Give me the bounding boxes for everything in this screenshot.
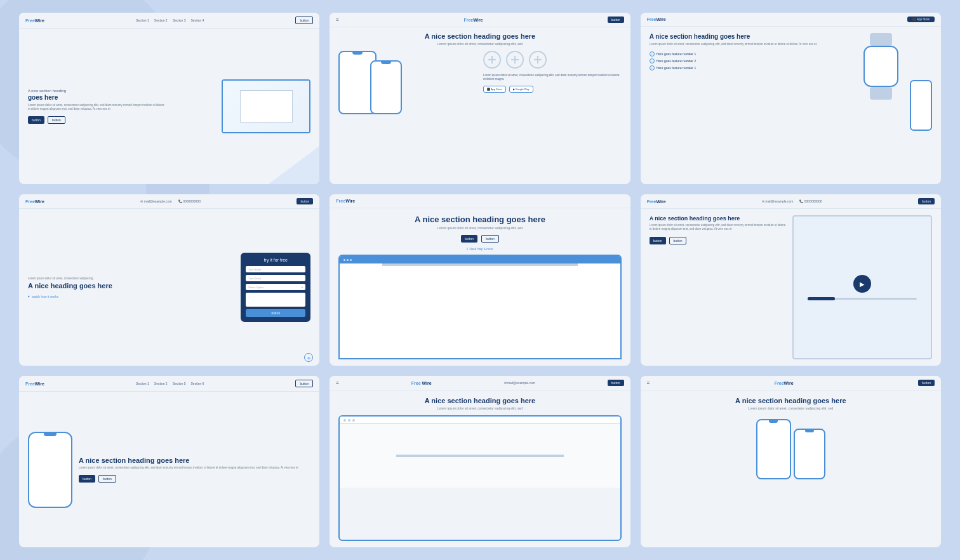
nav-link-7-2: Section 2 — [154, 382, 168, 385]
card-2-logo: FreeWire — [463, 18, 483, 22]
card-8-nav-button[interactable]: button — [608, 380, 624, 386]
card-9-nav: ≡ FreeWire button — [641, 376, 941, 390]
card-6-text: A nice section heading goes here Lorem i… — [650, 215, 787, 359]
card-7-nav-links: Section 1 Section 2 Section 5 Section 6 — [136, 382, 204, 385]
card-3-phone — [910, 80, 932, 131]
card-1-nav-button[interactable]: button — [295, 17, 313, 24]
google-play-badge[interactable]: ▶ Google Play — [509, 86, 533, 93]
card-5-buttons: button button — [461, 235, 499, 243]
card-9-nav-button[interactable]: button — [918, 380, 935, 386]
card-7-nav: FreeWire Section 1 Section 2 Section 5 S… — [19, 376, 319, 392]
card-3-body: A nice section heading goes here Lorem i… — [641, 27, 941, 184]
nav-link-7-3: Section 5 — [173, 382, 186, 385]
scroll-indicator: ⊕ — [304, 353, 313, 362]
form-select[interactable]: Select Option▾ — [246, 284, 305, 290]
card-2-content: Lorem ipsum dolor sit amet, consectetur … — [338, 51, 621, 114]
card-1-nav: FreeWire Section 1 Section 2 Section 3 S… — [19, 13, 319, 29]
card-4-phone: 📞 0000000000 — [178, 199, 201, 203]
card-8-email: ✉ mail@example.com — [504, 381, 535, 385]
circle-2 — [506, 51, 524, 69]
card-8: ≡ Free Wire ✉ mail@example.com button A … — [330, 376, 630, 547]
card-9-logo: FreeWire — [775, 381, 794, 385]
card-6-btn-secondary[interactable]: button — [669, 237, 687, 244]
phone-notch-big — [44, 433, 57, 436]
video-progress-bar — [808, 298, 917, 300]
card-8-hamburger: ≡ — [336, 380, 339, 386]
card-6-nav-button[interactable]: button — [918, 198, 935, 204]
card-6: FreeWire ✉ mail@example.com 📞 0000000000… — [641, 194, 941, 366]
card-7-phone — [28, 432, 72, 508]
card-1-visual — [173, 79, 311, 133]
card-2-phones — [338, 51, 477, 114]
card-1-body: A nice section heading goes here Lorem i… — [19, 29, 319, 184]
check-icon-3 — [650, 65, 655, 70]
card-5-subtext: Lorem ipsum dolor sit amet, consectetur … — [437, 226, 523, 230]
circles-row — [483, 51, 622, 69]
card-6-btn-primary[interactable]: button — [650, 237, 666, 244]
card-7-logo: FreeWire — [25, 382, 44, 386]
help-link-text: Need Help & more — [469, 248, 493, 251]
card-7-body: A nice section heading goes here Lorem i… — [19, 392, 319, 547]
card-9-phone-2 — [794, 429, 825, 479]
card-2-feature-text: Lorem ipsum dolor sit amet, consectetur … — [483, 74, 622, 82]
card-9-body: A nice section heading goes here Lorem i… — [641, 390, 941, 547]
card-2-heading: A nice section heading goes here — [425, 32, 535, 40]
card-7-btn-primary[interactable]: button — [79, 475, 95, 483]
form-submit-button[interactable]: button — [246, 309, 305, 317]
card-9-phone-1 — [756, 419, 791, 479]
form-field-name[interactable]: Your Name — [246, 266, 305, 272]
card-6-body: A nice section heading goes here Lorem i… — [641, 209, 941, 366]
card-4-nav-button[interactable]: button — [297, 198, 313, 204]
form-textarea[interactable] — [246, 293, 305, 307]
card-3: FreeWire ⬛ App Store A nice section head… — [641, 13, 941, 184]
card-7-btn-secondary[interactable]: button — [98, 475, 116, 483]
card-7-subtext: Lorem ipsum dolor sit amet, consectetur … — [79, 466, 298, 470]
card-2-nav: ≡ FreeWire button — [330, 13, 630, 27]
nav-link-3: Section 3 — [173, 18, 186, 22]
phone-notch-small — [381, 62, 391, 64]
card-5-body: A nice section heading goes here Lorem i… — [330, 208, 630, 366]
check-icon-2 — [650, 58, 655, 63]
card-2-nav-button[interactable]: button — [608, 17, 624, 23]
play-button[interactable]: ▶ — [853, 275, 871, 293]
main-grid: FreeWire Section 1 Section 2 Section 3 S… — [0, 0, 960, 560]
card-4-text: Lorem ipsum dolor sit amet, consectetur … — [28, 277, 234, 298]
card-4-watch-link[interactable]: watch how it works — [28, 295, 234, 298]
card-2: ≡ FreeWire button A nice section heading… — [330, 13, 630, 184]
card-9: ≡ FreeWire button A nice section heading… — [641, 376, 941, 547]
feature-2: Here goes feature number 2 — [650, 58, 857, 63]
card-7: FreeWire Section 1 Section 2 Section 5 S… — [19, 376, 319, 547]
card-1-nav-links: Section 1 Section 2 Section 3 Section 4 — [136, 18, 204, 22]
card-3-subtext: Lorem ipsum dolor sit amet, consectetur … — [650, 43, 857, 46]
app-store-badge[interactable]: ⬛ App Store — [483, 86, 506, 93]
store-badges: ⬛ App Store ▶ Google Play — [483, 86, 622, 93]
nav-link-1: Section 1 — [136, 18, 149, 22]
card-9-subtext: Lorem ipsum dolor sit amet, consectetur … — [748, 406, 833, 410]
card-2-right: Lorem ipsum dolor sit amet, consectetur … — [483, 51, 622, 93]
card-5-help-link[interactable]: ℹ Need Help & more — [467, 248, 493, 251]
card-7-nav-button[interactable]: button — [295, 380, 313, 387]
browser-dot2-1 — [343, 419, 346, 422]
feature-list: Here goes feature number 1 Here goes fea… — [650, 51, 857, 70]
card-4-contact: ✉ mail@example.com 📞 0000000000 — [140, 199, 201, 203]
card-5-logo: FreeWire — [336, 199, 355, 203]
card-3-appstore-button[interactable]: ⬛ App Store — [907, 17, 935, 22]
card-1-triangle-decoration — [269, 146, 319, 184]
card-3-nav: FreeWire ⬛ App Store — [641, 13, 941, 27]
card-8-body: A nice section heading goes here Lorem i… — [330, 390, 630, 547]
card-8-heading: A nice section heading goes here — [425, 397, 535, 404]
envelope-frame — [382, 263, 578, 266]
card-1-logo: FreeWire — [25, 18, 44, 23]
form-field-email[interactable]: Your Email — [246, 275, 305, 281]
card-5-btn-primary[interactable]: button — [461, 235, 477, 243]
card-7-heading: A nice section heading goes here — [79, 457, 298, 464]
browser-dot-3 — [350, 259, 352, 261]
laptop-screen — [223, 81, 309, 132]
nav-link-2: Section 2 — [154, 18, 168, 22]
card-1-btn-secondary[interactable]: button — [48, 116, 65, 124]
nav-link-4: Section 4 — [191, 18, 204, 22]
card-5-btn-secondary[interactable]: button — [481, 235, 499, 243]
card-6-heading: A nice section heading goes here — [650, 215, 787, 222]
browser-content — [340, 263, 620, 266]
card-1-btn-primary[interactable]: button — [28, 116, 44, 124]
